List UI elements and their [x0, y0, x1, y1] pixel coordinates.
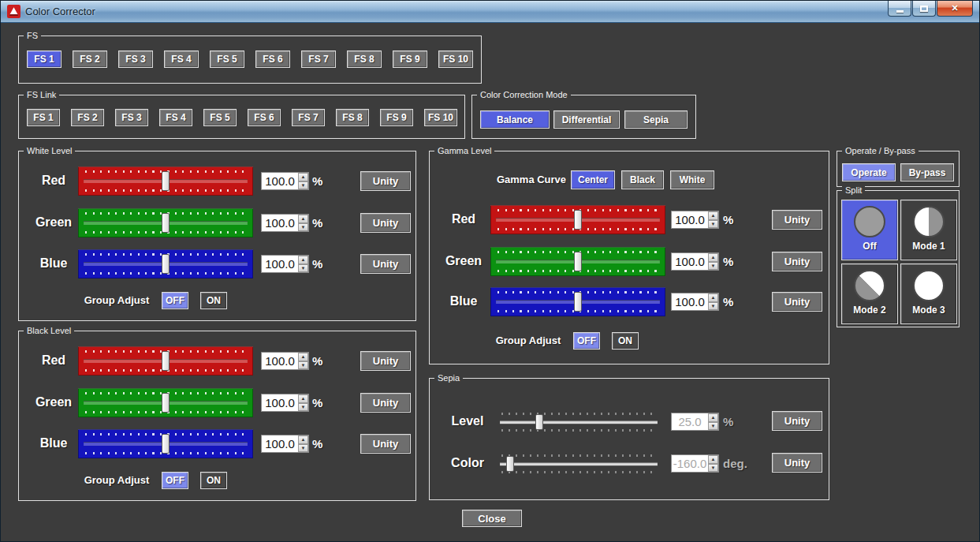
fs-link-button-4[interactable]: FS 4: [159, 109, 192, 126]
black-blue-slider-thumb[interactable]: [162, 434, 170, 454]
fs-link-button-5[interactable]: FS 5: [203, 109, 237, 126]
group-adjust-on-button[interactable]: ON: [200, 292, 227, 309]
minimize-button[interactable]: [888, 1, 911, 17]
fs-link-button-10[interactable]: FS 10: [424, 109, 457, 126]
split-mode1-button[interactable]: Mode 1: [900, 200, 957, 260]
mode-sepia-button[interactable]: Sepia: [624, 110, 687, 129]
spin-up-button[interactable]: ▲: [298, 256, 308, 264]
spin-down-button[interactable]: ▼: [708, 422, 718, 431]
spin-down-button[interactable]: ▼: [298, 264, 308, 273]
close-button[interactable]: Close: [462, 510, 522, 527]
white-blue-value[interactable]: 100.0: [262, 256, 298, 272]
sepia-level-value[interactable]: 25.0: [672, 413, 708, 430]
gamma-curve-black-button[interactable]: Black: [621, 170, 664, 189]
gamma-blue-slider-thumb[interactable]: [574, 292, 582, 312]
gamma-green-value[interactable]: 100.0: [672, 253, 708, 270]
black-blue-value[interactable]: 100.0: [262, 435, 298, 452]
unity-button[interactable]: Unity: [772, 453, 822, 473]
black-green-value[interactable]: 100.0: [262, 394, 298, 411]
group-adjust-off-button[interactable]: OFF: [162, 292, 188, 309]
gamma-green-slider[interactable]: [490, 247, 665, 276]
spin-down-button[interactable]: ▼: [708, 262, 718, 271]
split-mode2-button[interactable]: Mode 2: [841, 264, 898, 324]
sepia-level-slider-thumb[interactable]: [535, 414, 543, 430]
white-red-slider-thumb[interactable]: [162, 171, 170, 191]
sepia-color-slider[interactable]: [497, 452, 661, 476]
fs-button-5[interactable]: FS 5: [210, 50, 244, 68]
gamma-red-slider[interactable]: [490, 205, 665, 234]
fs-link-button-8[interactable]: FS 8: [336, 109, 369, 126]
black-red-slider[interactable]: [78, 346, 253, 376]
unity-button[interactable]: Unity: [360, 393, 411, 413]
black-red-slider-thumb[interactable]: [162, 351, 170, 371]
unity-button[interactable]: Unity: [772, 252, 822, 271]
spin-down-button[interactable]: ▼: [708, 220, 718, 229]
spin-up-button[interactable]: ▲: [708, 293, 718, 302]
sepia-level-slider[interactable]: [497, 410, 661, 434]
gamma-curve-center-button[interactable]: Center: [571, 170, 615, 189]
spin-up-button[interactable]: ▲: [708, 413, 718, 422]
unity-button[interactable]: Unity: [772, 292, 822, 312]
spin-down-button[interactable]: ▼: [298, 181, 308, 190]
fs-link-button-2[interactable]: FS 2: [71, 109, 104, 126]
spin-down-button[interactable]: ▼: [298, 444, 308, 453]
unity-button[interactable]: Unity: [360, 254, 411, 274]
spin-up-button[interactable]: ▲: [708, 211, 718, 220]
spin-up-button[interactable]: ▲: [298, 435, 308, 444]
split-mode3-button[interactable]: Mode 3: [900, 264, 957, 324]
operate-button[interactable]: Operate: [842, 163, 896, 181]
spin-up-button[interactable]: ▲: [298, 353, 308, 361]
fs-button-2[interactable]: FS 2: [73, 50, 107, 68]
black-red-value[interactable]: 100.0: [262, 353, 298, 369]
fs-button-3[interactable]: FS 3: [118, 50, 153, 68]
white-green-slider[interactable]: [78, 208, 253, 237]
unity-button[interactable]: Unity: [360, 171, 411, 191]
unity-button[interactable]: Unity: [772, 411, 822, 431]
maximize-button[interactable]: [912, 1, 936, 17]
gamma-curve-white-button[interactable]: White: [670, 170, 714, 189]
white-green-slider-thumb[interactable]: [162, 213, 170, 233]
spin-up-button[interactable]: ▲: [708, 253, 718, 262]
unity-button[interactable]: Unity: [360, 434, 411, 454]
gamma-blue-value[interactable]: 100.0: [672, 293, 708, 310]
fs-button-6[interactable]: FS 6: [255, 50, 290, 68]
bypass-button[interactable]: By-pass: [900, 163, 954, 181]
white-blue-slider-thumb[interactable]: [162, 254, 170, 274]
fs-link-button-6[interactable]: FS 6: [248, 109, 281, 126]
fs-link-button-1[interactable]: FS 1: [27, 109, 60, 126]
white-red-value[interactable]: 100.0: [262, 173, 298, 189]
titlebar[interactable]: Color Corrector ✕: [1, 1, 979, 23]
unity-button[interactable]: Unity: [360, 351, 411, 371]
group-adjust-on-button[interactable]: ON: [200, 472, 227, 489]
gamma-green-slider-thumb[interactable]: [574, 252, 582, 271]
split-off-button[interactable]: Off: [841, 200, 898, 260]
gamma-red-slider-thumb[interactable]: [574, 210, 582, 230]
spin-up-button[interactable]: ▲: [298, 173, 308, 181]
unity-button[interactable]: Unity: [772, 210, 822, 230]
fs-button-1[interactable]: FS 1: [27, 50, 61, 68]
spin-up-button[interactable]: ▲: [298, 215, 308, 223]
fs-button-10[interactable]: FS 10: [438, 50, 473, 68]
spin-down-button[interactable]: ▼: [708, 302, 718, 311]
gamma-blue-slider[interactable]: [490, 287, 665, 316]
spin-down-button[interactable]: ▼: [708, 464, 718, 473]
spin-up-button[interactable]: ▲: [298, 394, 308, 403]
black-blue-slider[interactable]: [78, 429, 253, 458]
group-adjust-on-button[interactable]: ON: [612, 332, 639, 349]
close-window-button[interactable]: ✕: [937, 1, 973, 17]
spin-down-button[interactable]: ▼: [298, 223, 308, 232]
spin-up-button[interactable]: ▲: [708, 455, 718, 464]
spin-down-button[interactable]: ▼: [298, 403, 308, 412]
spin-down-button[interactable]: ▼: [298, 361, 308, 370]
fs-link-button-9[interactable]: FS 9: [380, 109, 413, 126]
group-adjust-off-button[interactable]: OFF: [162, 472, 188, 489]
fs-button-4[interactable]: FS 4: [164, 50, 199, 68]
white-red-slider[interactable]: [78, 166, 253, 196]
mode-balance-button[interactable]: Balance: [480, 110, 550, 129]
group-adjust-off-button[interactable]: OFF: [573, 332, 600, 349]
sepia-color-slider-thumb[interactable]: [506, 456, 514, 472]
black-green-slider-thumb[interactable]: [162, 393, 170, 413]
gamma-red-value[interactable]: 100.0: [672, 211, 708, 228]
white-green-value[interactable]: 100.0: [262, 215, 298, 231]
fs-link-button-3[interactable]: FS 3: [115, 109, 148, 126]
